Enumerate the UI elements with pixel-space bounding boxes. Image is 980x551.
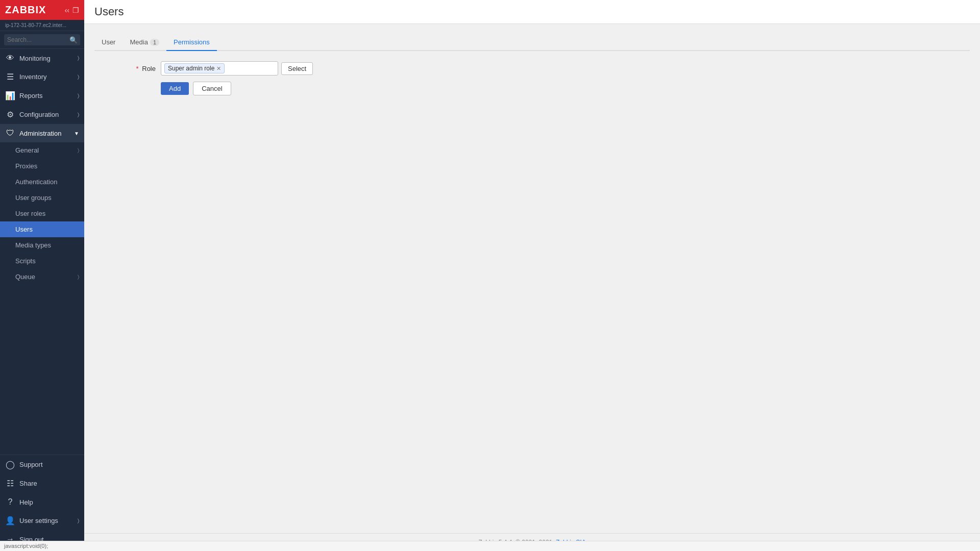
sub-item-label: Scripts xyxy=(15,257,36,265)
sidebar-header-icons: ‹‹ ❐ xyxy=(65,6,79,14)
sub-item-label: Users xyxy=(15,226,33,233)
nav-section: 👁 Monitoring 〉 ☰ Inventory 〉 📊 Reports 〉… xyxy=(0,49,84,455)
sidebar-item-users[interactable]: Users xyxy=(0,221,84,237)
sidebar-header: ZABBIX ‹‹ ❐ xyxy=(0,0,84,20)
sidebar-item-configuration[interactable]: ⚙ Configuration 〉 xyxy=(0,105,84,124)
search-icon: 🔍 xyxy=(69,36,78,44)
sidebar-item-label: Help xyxy=(19,498,33,506)
main-content: Users User Media 1 Permissions * Role Su… xyxy=(84,0,980,551)
reports-icon: 📊 xyxy=(5,91,15,101)
sidebar-item-administration[interactable]: 🛡 Administration ▼ xyxy=(0,124,84,142)
chevron-right-icon: 〉 xyxy=(78,112,79,118)
chevron-down-icon: ▼ xyxy=(74,131,79,136)
sidebar-item-user-groups[interactable]: User groups xyxy=(0,190,84,206)
sidebar-item-inventory[interactable]: ☰ Inventory 〉 xyxy=(0,67,84,86)
sidebar-item-share[interactable]: ☷ Share xyxy=(0,474,84,493)
sidebar-item-user-settings[interactable]: 👤 User settings 〉 xyxy=(0,511,84,530)
configuration-icon: ⚙ xyxy=(5,110,15,119)
inventory-icon: ☰ xyxy=(5,72,15,82)
sub-item-label: Authentication xyxy=(15,178,57,186)
tooltip-text: javascript:void(0); xyxy=(4,543,48,549)
sub-item-label: User roles xyxy=(15,210,45,217)
logo[interactable]: ZABBIX xyxy=(5,4,46,16)
role-tag: Super admin role ✕ xyxy=(164,63,225,73)
tooltip-bar: javascript:void(0); xyxy=(0,541,980,551)
sidebar-item-scripts[interactable]: Scripts xyxy=(0,253,84,269)
sub-item-label: User groups xyxy=(15,194,52,202)
content-area: User Media 1 Permissions * Role Super ad… xyxy=(84,24,980,533)
role-tag-input[interactable]: Super admin role ✕ xyxy=(161,61,278,76)
sidebar-item-label: Administration xyxy=(19,130,70,137)
required-star: * xyxy=(136,65,139,72)
support-icon: ◯ xyxy=(5,460,15,469)
role-row: * Role Super admin role ✕ Select xyxy=(94,61,970,76)
tab-media-badge: 1 xyxy=(150,39,159,46)
chevron-right-icon: 〉 xyxy=(78,274,79,280)
administration-icon: 🛡 xyxy=(5,129,15,138)
sidebar-item-reports[interactable]: 📊 Reports 〉 xyxy=(0,86,84,105)
sidebar-item-label: Share xyxy=(19,480,37,487)
form-actions: Add Cancel xyxy=(161,82,970,95)
role-label: * Role xyxy=(94,65,156,72)
search-box: 🔍 xyxy=(0,31,84,49)
collapse-icon[interactable]: ‹‹ xyxy=(65,6,69,14)
help-icon: ? xyxy=(5,497,15,507)
sidebar-item-label: User settings xyxy=(19,517,58,524)
page-header: Users xyxy=(84,0,980,24)
sidebar-item-label: Configuration xyxy=(19,111,74,118)
chevron-right-icon: 〉 xyxy=(78,147,79,154)
chevron-right-icon: 〉 xyxy=(78,93,79,99)
sub-item-label: General xyxy=(15,146,39,154)
monitoring-icon: 👁 xyxy=(5,54,15,63)
sidebar-item-label: Reports xyxy=(19,92,74,99)
sidebar-bottom: ◯ Support ☷ Share ? Help 👤 User settings… xyxy=(0,455,84,551)
sidebar-item-label: Inventory xyxy=(19,73,74,81)
sub-item-label: Media types xyxy=(15,241,51,249)
sidebar-item-general[interactable]: General 〉 xyxy=(0,142,84,158)
role-input-wrap: Super admin role ✕ Select xyxy=(161,61,313,76)
sidebar-item-user-roles[interactable]: User roles xyxy=(0,206,84,221)
sidebar-item-help[interactable]: ? Help xyxy=(0,493,84,511)
sub-item-label: Proxies xyxy=(15,162,37,170)
tab-bar: User Media 1 Permissions xyxy=(94,34,970,51)
chevron-right-icon: 〉 xyxy=(78,518,79,524)
add-button[interactable]: Add xyxy=(161,82,189,95)
sidebar-item-support[interactable]: ◯ Support xyxy=(0,455,84,474)
sidebar-item-label: Monitoring xyxy=(19,55,74,62)
sidebar-item-monitoring[interactable]: 👁 Monitoring 〉 xyxy=(0,49,84,67)
select-button[interactable]: Select xyxy=(281,62,313,75)
tab-media[interactable]: Media 1 xyxy=(122,34,166,51)
sidebar-item-media-types[interactable]: Media types xyxy=(0,237,84,253)
tab-user[interactable]: User xyxy=(94,34,122,51)
sidebar-item-label: Support xyxy=(19,461,43,468)
sidebar-item-authentication[interactable]: Authentication xyxy=(0,174,84,190)
page-title: Users xyxy=(94,5,970,18)
chevron-right-icon: 〉 xyxy=(78,74,79,80)
search-input[interactable] xyxy=(4,34,80,45)
chevron-right-icon: 〉 xyxy=(78,55,79,61)
sidebar-item-queue[interactable]: Queue 〉 xyxy=(0,269,84,285)
sidebar: ZABBIX ‹‹ ❐ ip-172-31-80-77.ec2.inter...… xyxy=(0,0,84,551)
share-icon: ☷ xyxy=(5,479,15,488)
sub-item-label: Queue xyxy=(15,273,35,281)
sidebar-item-proxies[interactable]: Proxies xyxy=(0,158,84,174)
close-icon[interactable]: ✕ xyxy=(216,65,221,72)
sidebar-ip: ip-172-31-80-77.ec2.inter... xyxy=(0,20,84,31)
tab-permissions[interactable]: Permissions xyxy=(166,34,217,51)
expand-icon[interactable]: ❐ xyxy=(72,6,79,14)
cancel-button[interactable]: Cancel xyxy=(193,82,231,95)
role-tag-label: Super admin role xyxy=(168,65,214,72)
user-icon: 👤 xyxy=(5,516,15,525)
